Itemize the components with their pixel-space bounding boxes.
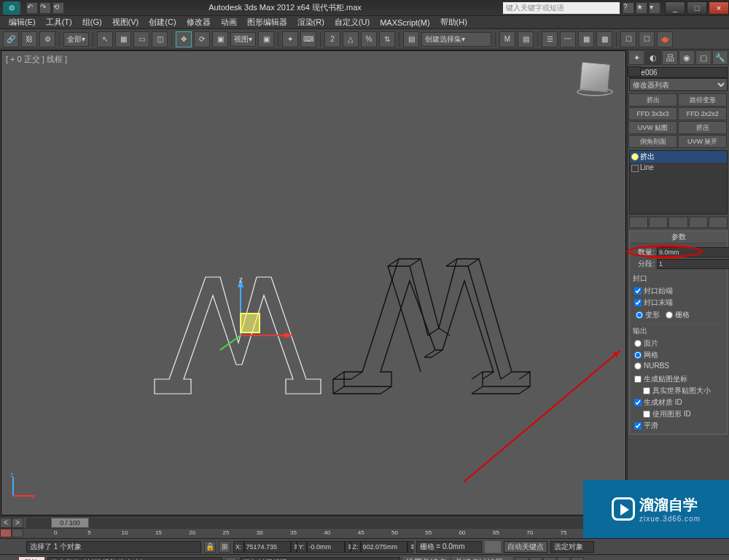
move-icon[interactable]: ✥ — [176, 31, 192, 47]
tab-utility-icon[interactable]: 🔧 — [712, 50, 728, 65]
render-icon[interactable]: 🫖 — [657, 31, 673, 47]
stack-item-line[interactable]: Line — [630, 163, 727, 172]
rollout-header[interactable]: 参数 — [630, 231, 727, 244]
stack-item-extrude[interactable]: 挤出 — [630, 151, 727, 163]
qat-btn[interactable]: ⟲ — [52, 2, 64, 14]
close-button[interactable]: × — [709, 1, 729, 15]
cap-end-checkbox[interactable] — [634, 299, 642, 306]
realworld-checkbox[interactable] — [643, 387, 650, 394]
layer-icon[interactable]: ☰ — [542, 31, 558, 47]
spinner-icon[interactable]: ⇕ — [408, 541, 413, 553]
select-rect-icon[interactable]: ▭ — [133, 31, 149, 47]
viewport[interactable]: [ + 0 正交 ] 线框 ] — [1, 50, 626, 516]
qat-btn[interactable]: ↷ — [39, 2, 51, 14]
snapangle-icon[interactable]: △ — [343, 31, 359, 47]
material-icon[interactable]: ▩ — [596, 31, 612, 47]
grid-radio[interactable] — [666, 311, 673, 319]
lock-icon[interactable]: 🔒 — [204, 541, 216, 553]
genmat-checkbox[interactable] — [634, 399, 642, 406]
time-handle[interactable]: 0 / 100 — [51, 518, 89, 528]
z-input[interactable]: 902.075mm — [361, 541, 408, 553]
spinner-snap-icon[interactable]: ⇅ — [379, 31, 395, 47]
menu-animation[interactable]: 动画 — [217, 17, 241, 28]
mirror-icon[interactable]: M — [499, 31, 515, 47]
mod-btn-ffd222[interactable]: FFD 2x2x2 — [678, 107, 727, 120]
mesh-radio[interactable] — [634, 351, 642, 359]
object-color-swatch[interactable] — [628, 66, 641, 77]
keyfilter-button[interactable]: 关键点过滤器... — [452, 557, 512, 561]
select-icon[interactable]: ↖ — [97, 31, 113, 47]
refcoord-dropdown[interactable]: 视图 ▾ — [230, 32, 256, 47]
x-input[interactable]: 75174.735 — [244, 541, 291, 553]
morph-radio[interactable] — [636, 311, 643, 319]
window-cross-icon[interactable]: ◫ — [152, 31, 168, 47]
script-prompt[interactable]: 所行: — [19, 557, 44, 561]
y-input[interactable]: -0.0mm — [307, 541, 345, 553]
tab-create-icon[interactable]: ✦ — [628, 50, 644, 65]
configure-sets-icon[interactable] — [709, 217, 728, 228]
maximize-button[interactable]: □ — [687, 1, 707, 15]
menu-create[interactable]: 创建(C) — [144, 17, 180, 28]
useshape-checkbox[interactable] — [643, 411, 650, 418]
snap2d-icon[interactable]: 2 — [324, 31, 340, 47]
key-toggle-icon[interactable] — [485, 541, 501, 553]
pivot-icon[interactable]: ▣ — [258, 31, 274, 47]
spinner-icon[interactable]: ⇕ — [291, 541, 297, 553]
make-unique-icon[interactable] — [668, 217, 687, 228]
menu-maxscript[interactable]: MAXScript(M) — [375, 18, 434, 27]
keyboard-icon[interactable]: ⌨ — [300, 31, 316, 47]
remove-mod-icon[interactable] — [689, 217, 708, 228]
bind-icon[interactable]: ⚙ — [39, 31, 55, 47]
mod-btn-pathdeform[interactable]: 路径变形 — [678, 93, 727, 106]
genmap-checkbox[interactable] — [634, 376, 642, 383]
schematic-icon[interactable]: ▦ — [578, 31, 594, 47]
modifier-list-dropdown[interactable]: 修改器列表 — [629, 78, 728, 91]
keyselset-dropdown[interactable]: 选定对象 — [550, 541, 594, 553]
help-icon[interactable]: ? — [623, 2, 634, 14]
pin-stack-icon[interactable] — [629, 217, 648, 228]
trackbar-icon[interactable] — [12, 529, 23, 537]
viewport-label[interactable]: [ + 0 正交 ] 线框 ] — [6, 54, 67, 65]
unlink-icon[interactable]: ⛓ — [21, 31, 37, 47]
help-search-input[interactable]: 键入关键字或短语 — [503, 2, 620, 14]
menu-customize[interactable]: 自定义(U) — [330, 17, 374, 28]
tab-display-icon[interactable]: ▢ — [695, 50, 712, 65]
menu-help[interactable]: 帮助(H) — [436, 17, 472, 28]
menu-render[interactable]: 渲染(R) — [293, 17, 329, 28]
next-frame-icon[interactable]: ▸ — [557, 557, 570, 561]
spinner-icon[interactable]: ⇕ — [345, 541, 351, 553]
menu-grapheditor[interactable]: 图形编辑器 — [243, 17, 292, 28]
goto-start-icon[interactable]: |◂ — [515, 557, 529, 561]
minimize-button[interactable]: _ — [665, 1, 685, 15]
menu-modifiers[interactable]: 修改器 — [182, 17, 215, 28]
mod-btn-uvwunwrap[interactable]: UVW 展开 — [678, 135, 727, 148]
mod-btn-ffd333[interactable]: FFD 3x3x3 — [628, 107, 677, 120]
prev-frame-icon[interactable]: ◂ — [529, 557, 542, 561]
patch-radio[interactable] — [634, 340, 642, 347]
tab-modify-icon[interactable]: ◐ — [645, 50, 661, 65]
nurbs-radio[interactable] — [634, 362, 642, 370]
segments-input[interactable] — [657, 259, 729, 269]
coord-mode-icon[interactable]: ⊞ — [219, 541, 230, 553]
curve-editor-icon[interactable]: 〰 — [560, 31, 576, 47]
mod-btn-squeeze[interactable]: 挤压 — [678, 121, 727, 134]
timeconfig-icon[interactable]: > — [12, 518, 23, 528]
qat-btn[interactable]: ↶ — [26, 2, 38, 14]
menu-tools[interactable]: 工具(T) — [42, 17, 77, 28]
goto-end-icon[interactable]: ▸| — [571, 557, 584, 561]
manip-icon[interactable]: ✦ — [282, 31, 298, 47]
mod-btn-extrude[interactable]: 挤出 — [628, 93, 677, 106]
named-selset-dropdown[interactable]: 创建选择集 ▾ — [421, 32, 491, 47]
snappct-icon[interactable]: % — [361, 31, 377, 47]
menu-group[interactable]: 组(G) — [78, 17, 106, 28]
viewcube[interactable] — [574, 57, 615, 98]
rotate-icon[interactable]: ⟳ — [194, 31, 210, 47]
timetag-field[interactable]: 添加时间标记 — [240, 557, 400, 561]
play-icon[interactable]: ▸ — [543, 557, 556, 561]
smooth-checkbox[interactable] — [634, 422, 642, 429]
menu-views[interactable]: 视图(V) — [108, 17, 144, 28]
align-icon[interactable]: ▤ — [518, 31, 534, 47]
render-setup-icon[interactable]: ☐ — [620, 31, 636, 47]
render-frame-icon[interactable]: ☐ — [639, 31, 655, 47]
link-icon[interactable]: 🔗 — [3, 31, 19, 47]
